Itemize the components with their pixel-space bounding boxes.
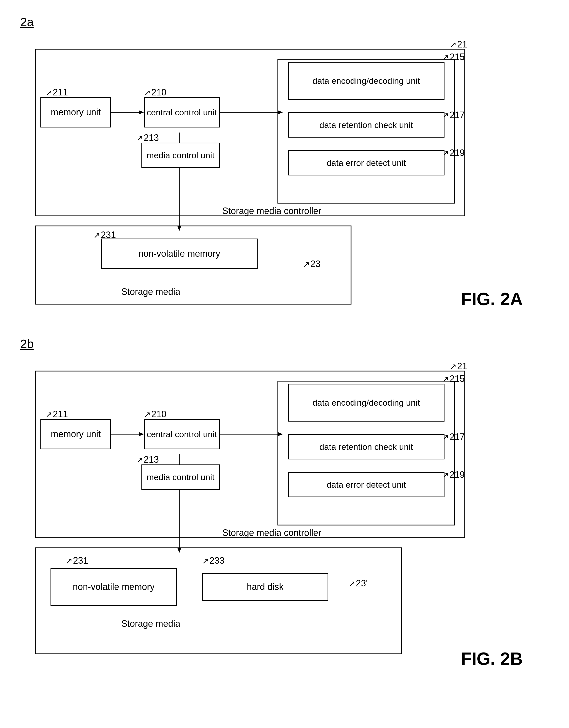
ref-23-fig2a: 23	[303, 259, 321, 269]
central-control-unit-fig2a: central control unit	[144, 97, 220, 127]
fig2b-title: FIG. 2B	[461, 649, 523, 669]
memory-unit-fig2a: memory unit	[40, 97, 111, 127]
data-error-fig2a: data error detect unit	[288, 150, 445, 175]
ref-215-fig2b: 215	[442, 374, 465, 384]
fig2a-title: FIG. 2A	[461, 289, 523, 309]
ref-210-fig2a: 210	[144, 87, 166, 98]
fig2a-diagram: 21 215 217 219 211 210 213 231 23 memory…	[20, 34, 538, 317]
ref-219-fig2b: 219	[442, 470, 465, 480]
data-encoding-fig2b: data encoding/decoding unit	[288, 384, 445, 422]
ref-213-fig2b: 213	[136, 454, 159, 465]
svg-marker-14	[139, 432, 144, 436]
fig2b-diagram: 21 215 217 219 211 210 213 231 233 23' m…	[20, 356, 538, 674]
ref-217-fig2b: 217	[442, 432, 465, 442]
non-volatile-memory-fig2b: non-volatile memory	[50, 568, 177, 606]
storage-media-controller-label-fig2b: Storage media controller	[222, 528, 321, 538]
ref-21-fig2a: 21	[450, 39, 467, 50]
ref-211-fig2a: 211	[45, 87, 68, 98]
svg-marker-8	[177, 226, 181, 231]
fig2a-container: 2a 21 215 217 219	[20, 15, 549, 317]
fig2a-label: 2a	[20, 15, 549, 29]
central-control-unit-fig2b: central control unit	[144, 419, 220, 449]
svg-marker-16	[278, 432, 283, 436]
ref-213-fig2a: 213	[136, 133, 159, 143]
ref-233-fig2b: 233	[202, 555, 224, 566]
hard-disk-fig2b: hard disk	[202, 573, 328, 601]
ref-215-fig2a: 215	[442, 52, 465, 62]
non-volatile-memory-fig2a: non-volatile memory	[101, 239, 257, 269]
svg-marker-4	[139, 110, 144, 114]
svg-marker-6	[278, 110, 283, 114]
media-control-unit-fig2b: media control unit	[141, 464, 220, 490]
ref-219-fig2a: 219	[442, 148, 465, 158]
fig2b-label: 2b	[20, 337, 549, 351]
svg-marker-18	[177, 548, 181, 553]
data-encoding-fig2a: data encoding/decoding unit	[288, 62, 445, 100]
data-retention-fig2a: data retention check unit	[288, 112, 445, 138]
ref-217-fig2a: 217	[442, 110, 465, 120]
data-error-fig2b: data error detect unit	[288, 472, 445, 497]
storage-media-label-fig2b: Storage media	[121, 618, 180, 629]
ref-21-fig2b: 21	[450, 361, 467, 372]
media-control-unit-fig2a: media control unit	[141, 143, 220, 168]
storage-media-controller-label-fig2a: Storage media controller	[222, 206, 321, 216]
memory-unit-fig2b: memory unit	[40, 419, 111, 449]
ref-210-fig2b: 210	[144, 409, 166, 420]
fig2b-svg	[20, 356, 538, 674]
ref-211-fig2b: 211	[45, 409, 68, 420]
ref-231-fig2b: 231	[66, 555, 88, 566]
ref-23p-fig2b: 23'	[349, 578, 368, 589]
fig2b-container: 2b 21 215 217 219	[20, 337, 549, 674]
fig2a-svg	[20, 34, 538, 317]
data-retention-fig2b: data retention check unit	[288, 434, 445, 459]
storage-media-label-fig2a: Storage media	[121, 287, 180, 297]
